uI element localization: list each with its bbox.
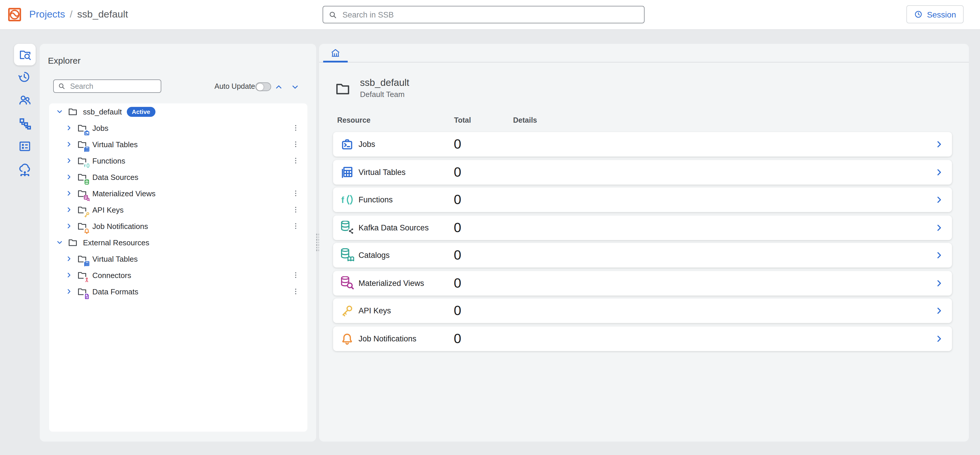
- virtual-tables-folder-icon: [77, 254, 87, 264]
- global-search-input[interactable]: [341, 10, 639, 19]
- folder-icon: [335, 81, 351, 97]
- project-title: ssb_default: [360, 77, 409, 88]
- tree-item-data-sources[interactable]: Data Sources: [49, 169, 307, 185]
- resource-row-kafka-data-sources[interactable]: Kafka Data Sources0: [333, 215, 952, 240]
- folder-icon: [68, 238, 78, 247]
- rail-item-cloud-resources[interactable]: [14, 159, 36, 180]
- kebab-menu-icon[interactable]: [291, 124, 299, 132]
- chevron-right-icon[interactable]: [934, 334, 944, 343]
- active-tab-indicator: [323, 61, 348, 62]
- ssb-logo-icon[interactable]: [7, 7, 22, 22]
- rail-item-forms[interactable]: [14, 135, 36, 157]
- chevron-right-icon[interactable]: [934, 306, 944, 315]
- explorer-tree: ssb_defaultActiveJobsVirtual TablesfFunc…: [49, 103, 307, 432]
- svg-text:f: f: [341, 195, 344, 205]
- explorer-search[interactable]: [53, 79, 161, 93]
- resource-total: 0: [454, 192, 461, 208]
- kebab-menu-icon[interactable]: [291, 206, 299, 214]
- chevron-down-icon[interactable]: [56, 239, 63, 246]
- resource-row-api-keys[interactable]: API Keys0: [333, 298, 952, 323]
- chevron-right-icon[interactable]: [65, 272, 72, 279]
- rail-item-explorer[interactable]: [14, 44, 36, 65]
- resource-total: 0: [454, 136, 461, 152]
- chevron-up-button[interactable]: [275, 83, 283, 91]
- tree-item-label: API Keys: [92, 205, 124, 214]
- forms-icon: [18, 140, 32, 153]
- tree-item-api-keys[interactable]: API Keys: [49, 201, 307, 218]
- tree-item-job-notifications[interactable]: Job Notifications: [49, 218, 307, 234]
- resource-row-jobs[interactable]: Jobs0: [333, 132, 952, 157]
- chevron-right-icon[interactable]: [65, 206, 72, 213]
- tree-item-label: ssb_default: [83, 107, 122, 116]
- global-search[interactable]: [323, 6, 644, 23]
- chevron-right-icon[interactable]: [65, 255, 72, 262]
- tree-item-data-formats[interactable]: Data Formats: [49, 283, 307, 300]
- tree-item-label: Job Notifications: [92, 222, 148, 230]
- auto-update-toggle[interactable]: [255, 82, 271, 91]
- virtual-tables-folder-icon: [77, 139, 87, 149]
- tab-strip: [319, 44, 969, 62]
- chevron-right-icon[interactable]: [934, 223, 944, 232]
- tree-item-ssb-default[interactable]: ssb_defaultActive: [49, 103, 307, 120]
- kafka-data-sources-icon: [340, 220, 354, 235]
- kebab-menu-icon[interactable]: [291, 222, 299, 230]
- chevron-right-icon[interactable]: [65, 124, 72, 132]
- data-sources-badge-icon: [84, 178, 90, 185]
- job-notifications-folder-icon: [77, 221, 87, 231]
- resource-name: Virtual Tables: [358, 168, 406, 176]
- tree-item-jobs[interactable]: Jobs: [49, 120, 307, 136]
- chevron-right-icon[interactable]: [934, 278, 944, 288]
- breadcrumb-projects-link[interactable]: Projects: [29, 9, 65, 21]
- materialized-views-badge-icon: [84, 195, 90, 201]
- tree-item-connectors[interactable]: Connectors: [49, 267, 307, 283]
- api-keys-folder-icon: [77, 205, 87, 215]
- explorer-search-input[interactable]: [69, 81, 157, 91]
- tree-item-functions[interactable]: fFunctions: [49, 152, 307, 169]
- resource-total: 0: [454, 164, 461, 180]
- explorer-title: Explorer: [48, 55, 81, 65]
- tree-item-virtual-tables[interactable]: Virtual Tables: [49, 250, 307, 267]
- tree-item-label: Materialized Views: [92, 189, 156, 198]
- functions-folder-icon: f: [77, 156, 87, 166]
- rail-item-teams[interactable]: [14, 89, 36, 111]
- chevron-right-icon[interactable]: [65, 157, 72, 164]
- chevron-right-icon[interactable]: [934, 250, 944, 260]
- session-button[interactable]: Session: [906, 5, 964, 23]
- kebab-menu-icon[interactable]: [291, 189, 299, 197]
- rail-item-lineage[interactable]: [14, 113, 36, 134]
- chevron-right-icon[interactable]: [65, 190, 72, 197]
- data-sources-folder-icon: [77, 172, 87, 182]
- active-badge: Active: [127, 106, 156, 117]
- resource-row-virtual-tables[interactable]: Virtual Tables0: [333, 160, 952, 184]
- api-keys-badge-icon: [84, 211, 90, 217]
- tab-home[interactable]: [323, 44, 348, 62]
- kebab-menu-icon[interactable]: [291, 287, 299, 296]
- users-icon: [18, 93, 32, 106]
- resource-row-catalogs[interactable]: Catalogs0: [333, 243, 952, 268]
- kebab-menu-icon[interactable]: [291, 140, 299, 148]
- chevron-right-icon[interactable]: [934, 195, 944, 205]
- tree-item-virtual-tables[interactable]: Virtual Tables: [49, 136, 307, 152]
- catalogs-icon: [340, 248, 354, 262]
- chevron-right-icon[interactable]: [934, 140, 944, 149]
- resource-row-functions[interactable]: fFunctions0: [333, 187, 952, 212]
- svg-text:f: f: [84, 163, 86, 168]
- kebab-menu-icon[interactable]: [291, 271, 299, 279]
- tree-item-external-resources[interactable]: External Resources: [49, 234, 307, 250]
- rail-item-history[interactable]: [14, 66, 36, 87]
- breadcrumb-separator: /: [70, 9, 72, 21]
- chevron-right-icon[interactable]: [934, 167, 944, 177]
- chevron-down-icon[interactable]: [56, 108, 63, 115]
- chevron-right-icon[interactable]: [65, 288, 72, 295]
- tree-item-materialized-views[interactable]: Materialized Views: [49, 185, 307, 201]
- chevron-right-icon[interactable]: [65, 173, 72, 181]
- resource-row-materialized-views[interactable]: Materialized Views0: [333, 271, 952, 295]
- chevron-down-button[interactable]: [291, 83, 299, 91]
- chevron-right-icon[interactable]: [65, 222, 72, 230]
- search-icon: [328, 10, 337, 19]
- search-icon: [58, 82, 65, 90]
- kebab-menu-icon[interactable]: [291, 157, 299, 165]
- chevron-right-icon[interactable]: [65, 141, 72, 148]
- history-icon: [18, 70, 32, 84]
- resource-row-job-notifications[interactable]: Job Notifications0: [333, 326, 952, 351]
